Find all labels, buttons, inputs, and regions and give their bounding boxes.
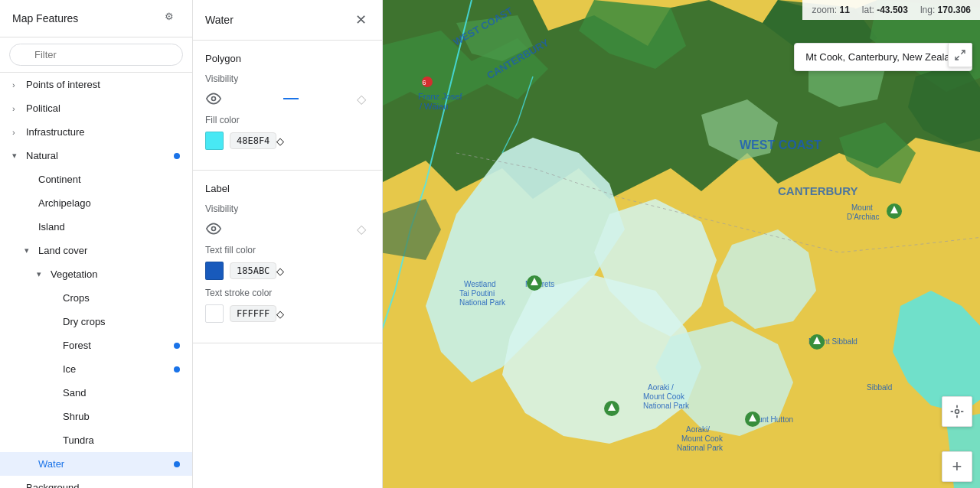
sidebar-item-dry-crops[interactable]: Dry crops: [0, 310, 192, 333]
sidebar-item-continent[interactable]: Continent: [0, 168, 192, 191]
sidebar-item-points-of-interest[interactable]: ›Points of interest: [0, 73, 192, 96]
sidebar-item-ice[interactable]: Ice: [0, 357, 192, 381]
map-area[interactable]: WEST COAST CANTERBURY WEST COAST CANTERB…: [383, 0, 980, 488]
fill-color-value[interactable]: 48E8F4: [230, 132, 276, 149]
sidebar-item-tundra[interactable]: Tundra: [0, 428, 192, 452]
sidebar-item-water[interactable]: Water: [0, 452, 192, 476]
lat-label: lat: -43.503: [862, 5, 908, 15]
sidebar-list: ›Points of interest›Political›Infrastruc…: [0, 73, 192, 488]
sidebar-item-crops[interactable]: Crops: [0, 286, 192, 310]
sidebar-item-sand[interactable]: Sand: [0, 381, 192, 405]
status-dot: [174, 461, 180, 467]
chevron-icon: ›: [12, 104, 21, 113]
sidebar-title: Map Features: [12, 12, 78, 24]
lat-value: -43.503: [877, 5, 908, 15]
polygon-section: Polygon Visibility ◇ Fill color 48E8F4 ◇: [193, 41, 382, 171]
sidebar-item-archipelago[interactable]: Archipelago: [0, 191, 192, 215]
item-label: Island: [38, 221, 180, 233]
gear-icon[interactable]: ⚙: [165, 11, 180, 26]
panel-header: Water ✕: [193, 0, 382, 41]
diamond-icon-text-fill[interactable]: ◇: [276, 265, 284, 277]
text-fill-swatch[interactable]: [205, 262, 224, 280]
item-label: Land cover: [38, 245, 180, 256]
svg-point-0: [212, 97, 216, 101]
svg-text:Sibbald: Sibbald: [867, 383, 892, 392]
sidebar-item-vegetation[interactable]: ▾Vegetation: [0, 262, 192, 286]
zoom-value: 11: [839, 5, 849, 15]
eye-icon-polygon[interactable]: [205, 90, 222, 107]
item-label: Sand: [63, 387, 180, 399]
fill-color-swatch[interactable]: [205, 132, 224, 150]
svg-text:WEST COAST: WEST COAST: [740, 138, 822, 151]
sidebar-item-background[interactable]: Background: [0, 476, 192, 488]
text-stroke-label: Text stroke color: [205, 288, 370, 298]
svg-text:Mount Cook: Mount Cook: [643, 392, 685, 401]
chevron-icon: ›: [12, 128, 21, 137]
item-label: Background: [26, 482, 180, 488]
sidebar-item-infrastructure[interactable]: ›Infrastructure: [0, 120, 192, 144]
item-label: Infrastructure: [26, 126, 180, 138]
diamond-icon-polygon-vis[interactable]: ◇: [353, 90, 370, 107]
diamond-icon-label-vis[interactable]: ◇: [353, 220, 370, 237]
label-section: Label Visibility ◇ Text fill color 185AB…: [193, 171, 382, 343]
sidebar-item-natural[interactable]: ▾Natural: [0, 144, 192, 168]
feature-panel: Water ✕ Polygon Visibility ◇ Fill color …: [193, 0, 383, 488]
svg-text:Westland: Westland: [464, 280, 496, 288]
item-label: Natural: [26, 150, 171, 161]
svg-point-38: [956, 410, 959, 414]
item-label: Points of interest: [26, 79, 180, 90]
close-button[interactable]: ✕: [351, 11, 370, 29]
visibility-label-polygon: Visibility: [205, 73, 370, 84]
eye-icon-label[interactable]: [205, 220, 222, 237]
map-topbar: zoom: 11 lat: -43.503 lng: 170.306: [802, 0, 980, 20]
sidebar-item-land-cover[interactable]: ▾Land cover: [0, 239, 192, 262]
svg-text:/ Wāiau: / Wāiau: [420, 102, 448, 111]
item-label: Vegetation: [51, 268, 180, 280]
chevron-icon: ›: [12, 80, 21, 89]
text-stroke-row: FFFFFF ◇: [205, 304, 370, 323]
sidebar-item-shrub[interactable]: Shrub: [0, 405, 192, 428]
text-fill-value[interactable]: 185ABC: [230, 262, 276, 279]
sidebar-item-forest[interactable]: Forest: [0, 333, 192, 357]
tooltip-text: Mt Cook, Canterbury, New Zealand: [805, 51, 961, 63]
svg-text:Mount: Mount: [851, 203, 873, 212]
sidebar: Map Features ⚙ ☰ ›Points of interest›Pol…: [0, 0, 193, 488]
svg-text:Aoraki /: Aoraki /: [648, 383, 674, 392]
chevron-icon: ▾: [37, 269, 46, 279]
svg-text:Tai Poutini: Tai Poutini: [459, 289, 495, 298]
sidebar-item-island[interactable]: Island: [0, 215, 192, 239]
chevron-icon: ▾: [24, 246, 34, 255]
item-label: Tundra: [63, 434, 180, 446]
polygon-section-title: Polygon: [205, 53, 370, 64]
text-stroke-value[interactable]: FFFFFF: [230, 305, 276, 322]
item-label: Archipelago: [38, 197, 180, 209]
map-location-tooltip: Mt Cook, Canterbury, New Zealand: [794, 43, 972, 71]
status-dot: [174, 343, 180, 349]
item-label: Dry crops: [63, 316, 180, 327]
status-dot: [174, 366, 180, 373]
sidebar-item-political[interactable]: ›Political: [0, 96, 192, 120]
filter-input[interactable]: [9, 44, 183, 66]
zoom-in-icon: +: [952, 457, 962, 477]
zoom-in-button[interactable]: +: [942, 451, 972, 482]
svg-text:National Park: National Park: [643, 402, 690, 410]
fullscreen-button[interactable]: [948, 43, 972, 67]
svg-point-1: [212, 227, 216, 231]
text-fill-label: Text fill color: [205, 245, 370, 255]
panel-title: Water: [205, 14, 234, 26]
label-visibility-row: ◇: [205, 220, 370, 237]
map-canvas: WEST COAST CANTERBURY WEST COAST CANTERB…: [383, 0, 980, 488]
item-label: Political: [26, 102, 180, 114]
svg-text:CANTERBURY: CANTERBURY: [778, 184, 858, 197]
svg-line-36: [961, 50, 965, 54]
item-label: Crops: [63, 292, 180, 304]
item-label: Continent: [38, 174, 180, 185]
location-button[interactable]: [942, 396, 972, 427]
status-dot: [174, 153, 180, 159]
filter-wrap: ☰: [9, 44, 183, 66]
diamond-icon-text-stroke[interactable]: ◇: [276, 308, 284, 320]
text-stroke-swatch[interactable]: [205, 304, 224, 323]
polygon-visibility-row: ◇: [205, 90, 370, 107]
chevron-icon: ▾: [12, 151, 21, 161]
diamond-icon-fill[interactable]: ◇: [276, 135, 284, 147]
